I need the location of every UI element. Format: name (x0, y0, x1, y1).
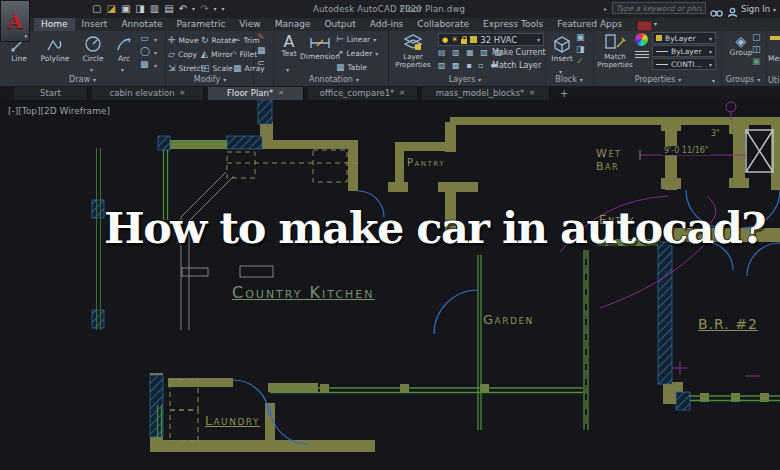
open-file-icon[interactable]: ◪ (106, 3, 115, 15)
draw-panel-label[interactable]: Draw▾ (30, 75, 135, 85)
table-button[interactable]: ▦Table (336, 63, 367, 72)
tab-collaborate[interactable]: Collaborate (410, 18, 476, 31)
redo-caret-icon[interactable]: ▾ (214, 3, 217, 15)
block-attributes-icon[interactable]: ✓ (576, 57, 584, 66)
titlebar-overflow-caret-icon[interactable]: ▾ (773, 6, 776, 13)
print-icon[interactable]: ▤ (164, 3, 173, 15)
layer-on-bulb-icon[interactable]: ● (442, 36, 448, 44)
block-edit-icon[interactable]: ▣ (576, 33, 585, 42)
dimension-tool-button[interactable]: Dimension (300, 35, 340, 61)
undo-icon[interactable]: ↶ (179, 3, 187, 15)
drawing-canvas[interactable]: [-][Top][2D Wireframe] (0, 100, 780, 470)
copy-tool-button[interactable]: ▱Copy (168, 50, 197, 59)
tab-express-tools[interactable]: Express Tools (476, 18, 550, 31)
layer-dropdown[interactable]: ● ☀ 32 HVAC ▾ (438, 33, 544, 46)
match-properties-button[interactable]: Match Properties (596, 33, 634, 69)
rotate-tool-button[interactable]: ↻Rotate (201, 36, 236, 45)
circle-caret-icon[interactable]: ▾ (90, 66, 93, 73)
file-tab-cabin-elevation[interactable]: cabin elevation ✕ (92, 87, 204, 100)
stretch-tool-button[interactable]: ⇲Stretch (168, 64, 206, 73)
hatch-tool-icon[interactable]: ▩ (140, 60, 149, 69)
linear-dim-button[interactable]: ⊢Linear▾ (336, 35, 376, 44)
sign-in-label[interactable]: Sign In (741, 4, 770, 14)
arc-caret-icon[interactable]: ▾ (121, 66, 124, 73)
color-wheel-icon[interactable] (635, 33, 648, 46)
arc-tool-button[interactable]: Arc (110, 35, 138, 63)
new-file-icon[interactable]: ▢ (92, 3, 101, 15)
rectangle-tool-icon[interactable]: ▭ (140, 34, 149, 43)
block-panel-label[interactable]: Block▾ (546, 75, 592, 85)
file-tab-start[interactable]: Start (14, 87, 88, 100)
save-as-icon[interactable]: ◨ (135, 3, 144, 15)
ellipse-tool-icon[interactable]: ◯ (140, 47, 150, 56)
make-current-button[interactable]: Make Current (492, 48, 546, 57)
hatch-caret-icon[interactable]: ▾ (154, 62, 157, 69)
tab-insert[interactable]: Insert (75, 18, 115, 31)
insert-block-button[interactable]: Insert (549, 34, 575, 63)
file-tab-mass-model-blocks[interactable]: mass_model_blocks* ✕ (422, 87, 550, 100)
new-drawing-tab-button[interactable]: + (560, 87, 568, 100)
save-icon[interactable]: ▣ (121, 3, 130, 15)
ungroup-icon[interactable]: ▢ (752, 33, 761, 42)
redo-icon[interactable]: ↷ (200, 3, 208, 15)
layer-state-icons[interactable]: ▨ ▩ ▪ ▫ ▬ (438, 61, 500, 70)
screen-record-icon[interactable] (637, 21, 652, 31)
layer-properties-button[interactable]: Layer Properties (392, 33, 434, 69)
layer-freeze-sun-icon[interactable]: ☀ (451, 35, 458, 44)
app-menu-button[interactable]: A ▾ (0, 0, 30, 42)
properties-panel-label[interactable]: Properties▾ (614, 75, 702, 85)
fillet-tool-button[interactable]: ◝Fillet (233, 50, 257, 59)
rectangle-caret-icon[interactable]: ▾ (154, 36, 157, 43)
mirror-tool-button[interactable]: ◭Mirror (201, 50, 233, 59)
match-layer-button[interactable]: Match Layer (492, 61, 541, 70)
erase-tool-icon[interactable]: ✎ (257, 33, 265, 42)
layer-lock-icon[interactable] (461, 39, 467, 44)
tab-annotate[interactable]: Annotate (114, 18, 169, 31)
trim-tool-button[interactable]: ✂Trim (233, 36, 260, 45)
scale-tool-button[interactable]: ◳Scale (201, 64, 233, 73)
insert-caret-icon[interactable]: ▾ (559, 68, 562, 75)
measure-ruler-icon[interactable] (770, 36, 780, 40)
search-collapse-icon[interactable]: ▸ (604, 5, 607, 12)
object-color-dropdown[interactable]: ByLayer ▾ (652, 32, 716, 44)
file-tab-floor-plan[interactable]: Floor Plan* ✕ (208, 87, 304, 100)
screen-record-caret-icon[interactable]: ▾ (654, 20, 657, 27)
circle-tool-button[interactable]: Circle (76, 35, 110, 63)
layer-dropdown-caret-icon[interactable]: ▾ (537, 36, 540, 43)
tab-manage[interactable]: Manage (268, 18, 318, 31)
offset-tool-icon[interactable]: ⊂ (257, 59, 265, 68)
plot-icon[interactable]: ▥ (150, 3, 159, 15)
layer-color-swatch[interactable] (470, 36, 477, 43)
move-tool-button[interactable]: ✛Move (168, 36, 199, 45)
text-tool-button[interactable]: A Text (276, 33, 302, 58)
modify-panel-label[interactable]: Modify▾ (170, 75, 250, 85)
close-icon[interactable]: ✕ (278, 87, 284, 100)
close-icon[interactable]: ✕ (399, 87, 405, 100)
group-selection-icon[interactable]: ▣ (752, 57, 761, 66)
tab-add-ins[interactable]: Add-ins (363, 18, 411, 31)
polyline-tool-button[interactable]: Polyline (34, 35, 76, 63)
layers-panel-label[interactable]: Layers▾ (430, 75, 500, 85)
ellipse-caret-icon[interactable]: ▾ (154, 49, 157, 56)
close-icon[interactable]: ✕ (529, 87, 535, 100)
text-caret-icon[interactable]: ▾ (286, 66, 289, 73)
groups-panel-label[interactable]: Groups▾ (720, 75, 766, 85)
undo-caret-icon[interactable]: ▾ (192, 3, 195, 15)
linetype-dropdown[interactable]: CONTI... ▾ (652, 58, 716, 70)
qat-customize-caret-icon[interactable]: ▾ (222, 3, 225, 15)
linetype-lines-icon[interactable] (635, 51, 649, 60)
block-define-icon[interactable]: ◨ (576, 45, 585, 54)
search-input[interactable] (613, 4, 705, 13)
leader-button[interactable]: ↗Leader▾ (336, 49, 378, 58)
group-edit-icon[interactable]: ◫ (752, 45, 761, 54)
tab-home[interactable]: Home (34, 18, 75, 31)
tab-featured-apps[interactable]: Featured Apps (550, 18, 629, 31)
close-icon[interactable]: ✕ (180, 87, 186, 100)
properties-dialog-caret-icon[interactable]: ▾ (712, 77, 715, 84)
explode-tool-icon[interactable]: ▦ (257, 46, 266, 55)
annotation-panel-label[interactable]: Annotation▾ (288, 75, 380, 85)
tab-view[interactable]: View (232, 18, 267, 31)
tab-parametric[interactable]: Parametric (170, 18, 233, 31)
file-tab-office-compare[interactable]: office_compare1* ✕ (308, 87, 418, 100)
lineweight-dropdown[interactable]: ByLayer ▾ (652, 45, 716, 57)
